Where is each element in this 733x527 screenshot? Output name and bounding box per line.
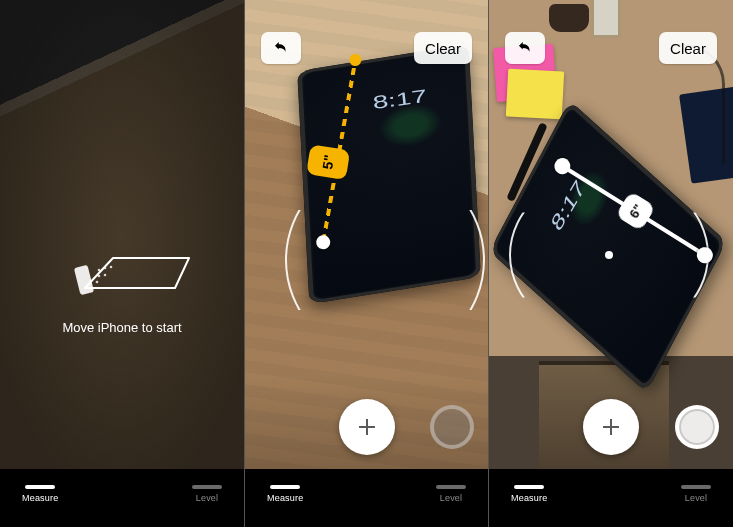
svg-point-5 (104, 274, 107, 277)
svg-point-2 (104, 267, 107, 270)
tab-bar: Measure Level (0, 469, 244, 527)
move-phone-icon (47, 244, 197, 302)
undo-icon (272, 39, 290, 57)
reticle-center-dot (605, 251, 613, 259)
target-phone-clock: 8:17 (372, 86, 428, 114)
tab-level[interactable]: Level (681, 485, 711, 503)
camera-viewport: Move iPhone to start (0, 0, 244, 469)
measurement-length-label[interactable]: 5" (306, 144, 350, 180)
action-row (245, 397, 488, 457)
tab-level-label: Level (440, 493, 463, 503)
level-tab-icon (681, 485, 711, 489)
plus-icon (599, 415, 623, 439)
tab-bar: Measure Level (489, 469, 733, 527)
svg-point-3 (110, 266, 113, 269)
undo-button[interactable] (261, 32, 301, 64)
undo-icon (516, 39, 534, 57)
measure-tab-icon (270, 485, 300, 489)
add-point-button[interactable] (339, 399, 395, 455)
undo-button[interactable] (505, 32, 545, 64)
tab-measure[interactable]: Measure (267, 485, 303, 503)
measurement-length-value: 6" (626, 201, 646, 220)
camera-viewport: 8:17 6" Clear (489, 0, 733, 469)
clear-button-label: Clear (425, 40, 461, 57)
clear-button[interactable]: Clear (659, 32, 717, 64)
level-tab-icon (192, 485, 222, 489)
photo-frame-prop (591, 0, 621, 38)
tab-level[interactable]: Level (436, 485, 466, 503)
svg-point-1 (98, 269, 101, 272)
clear-button-label: Clear (670, 40, 706, 57)
camera-viewport: 8:17 5" Clear (245, 0, 488, 469)
tab-measure[interactable]: Measure (511, 485, 547, 503)
tab-level-label: Level (685, 493, 708, 503)
tab-measure-label: Measure (267, 493, 303, 503)
shutter-button[interactable] (675, 405, 719, 449)
tab-measure-label: Measure (511, 493, 547, 503)
plus-icon (355, 415, 379, 439)
level-tab-icon (436, 485, 466, 489)
intro-panel: Move iPhone to start (37, 244, 207, 335)
clear-button[interactable]: Clear (414, 32, 472, 64)
ar-reticle (285, 160, 485, 360)
svg-rect-0 (74, 265, 94, 296)
intro-instruction: Move iPhone to start (37, 320, 207, 335)
mug-prop (549, 4, 589, 32)
screen-measured: 8:17 6" Clear (489, 0, 733, 527)
tab-level[interactable]: Level (192, 485, 222, 503)
action-row (489, 397, 733, 457)
tab-level-label: Level (196, 493, 219, 503)
svg-point-4 (98, 275, 101, 278)
measure-tab-icon (514, 485, 544, 489)
screen-intro: Move iPhone to start Measure Level (0, 0, 244, 527)
sticky-note-yellow (506, 69, 564, 120)
shutter-button[interactable] (430, 405, 474, 449)
svg-point-6 (96, 281, 99, 284)
tab-bar: Measure Level (245, 469, 488, 527)
tab-measure-label: Measure (22, 493, 58, 503)
tab-measure[interactable]: Measure (22, 485, 58, 503)
screen-measuring: 8:17 5" Clear (245, 0, 488, 527)
dimming-overlay (0, 0, 244, 469)
measurement-length-value: 5" (319, 154, 337, 171)
measure-tab-icon (25, 485, 55, 489)
add-point-button[interactable] (583, 399, 639, 455)
